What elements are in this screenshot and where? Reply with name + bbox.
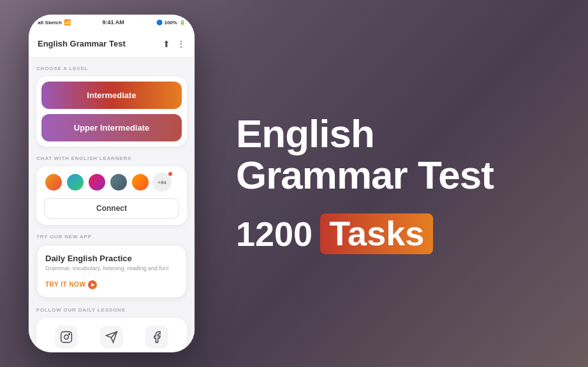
more-icon[interactable]: ⋮ [177,39,186,49]
try-now-button[interactable]: TRY IT NOW ▶ [45,280,97,289]
share-icon[interactable]: ⬆ [163,39,170,49]
svg-point-2 [69,334,70,335]
tasks-number: 1200 [236,217,312,251]
try-now-label: TRY IT NOW [45,281,85,288]
new-app-label: TRY OUR NEW APP [36,234,187,240]
play-icon: ▶ [88,280,97,289]
avatar-5 [131,173,150,192]
status-time: 9:41 AM [103,19,124,25]
chat-section-label: CHAT WITH ENGLISH LEARNERS [36,155,187,161]
avatars-row: +84 [44,173,179,192]
avatar-1 [44,173,63,192]
social-label: FOLLOW OUR DAILY LESSONS [36,307,187,313]
social-card [36,318,187,352]
tasks-label: Tasks [320,213,433,254]
app-bar: English Grammar Test ⬆ ⋮ [29,30,195,58]
phone-wrapper: atl Sketch 📶 9:41 AM 🔵 100% 🔋 English Gr… [19,13,204,354]
avatar-3 [87,173,107,192]
chat-card: +84 Connect [36,166,187,225]
right-content: English Grammar Test 1200 Tasks [204,0,588,367]
svg-point-1 [64,335,69,340]
app-bar-icons: ⬆ ⋮ [163,39,186,49]
level-card: Intermediate Upper Intermediate [36,76,187,147]
instagram-icon[interactable] [55,326,78,349]
signal-text: atl Sketch [38,20,62,25]
status-bar: atl Sketch 📶 9:41 AM 🔵 100% 🔋 [29,15,195,30]
avatar-count: +84 [152,173,172,192]
main-title: English Grammar Test [236,113,556,196]
svg-rect-0 [61,332,72,343]
tasks-row: 1200 Tasks [236,213,556,254]
connect-button[interactable]: Connect [44,198,179,219]
avatar-2 [66,173,85,192]
app-bar-title: English Grammar Test [38,39,126,48]
avatar-count-text: +84 [158,180,166,185]
avatar-4 [109,173,128,192]
telegram-icon[interactable] [100,326,123,349]
facebook-icon[interactable] [145,326,168,349]
battery-text: 100% [165,20,177,25]
upper-intermediate-button[interactable]: Upper Intermediate [41,114,182,141]
title-line2: Grammar Test [236,154,556,196]
phone: atl Sketch 📶 9:41 AM 🔵 100% 🔋 English Gr… [29,15,195,352]
new-app-title: Daily English Practice [45,254,178,263]
notification-dot [168,171,173,176]
new-app-card: Daily English Practice Grammar, vocabula… [36,245,187,298]
bluetooth-icon: 🔵 [156,20,163,25]
intermediate-button[interactable]: Intermediate [41,82,182,109]
wifi-icon: 📶 [64,19,71,25]
battery-icon: 🔋 [179,20,186,25]
title-line1: English [236,113,556,154]
phone-content: CHOOSE A LEVEL Intermediate Upper Interm… [29,58,195,352]
status-left: atl Sketch 📶 [38,19,71,25]
status-right: 🔵 100% 🔋 [156,20,186,25]
choose-level-label: CHOOSE A LEVEL [36,66,187,71]
new-app-desc: Grammar, vocabulary, listening, reading … [45,265,178,271]
